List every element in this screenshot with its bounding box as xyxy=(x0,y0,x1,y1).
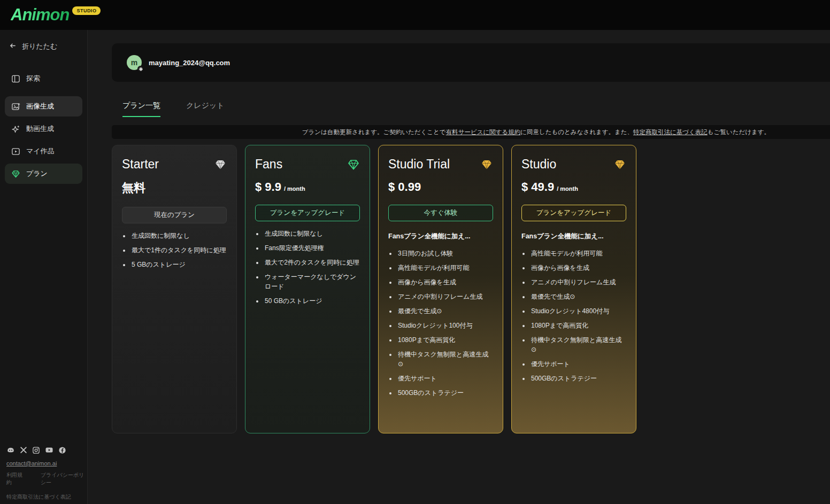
terms-link[interactable]: 利用規約 xyxy=(6,471,25,486)
plan-feature: 待機中タスク無制限と高速生成 ⊙ xyxy=(530,335,626,354)
plan-feature: 最優先で生成⊙ xyxy=(397,306,493,316)
plan-card-studio: Studio $ 49.9 / month プランをアップグレード Fansプラ… xyxy=(511,145,636,433)
plan-name: Fans xyxy=(255,157,282,172)
instagram-icon[interactable] xyxy=(32,446,40,454)
explore-icon xyxy=(11,74,20,83)
plan-price: 無料 xyxy=(122,180,227,196)
tab-plan-list[interactable]: プラン一覧 xyxy=(122,101,160,117)
plan-feature: 1080Pまで高画質化 xyxy=(530,321,626,330)
contact-email-link[interactable]: contact@animon.ai xyxy=(6,460,57,467)
plan-note: Fansプラン全機能に加え... xyxy=(521,232,626,241)
plan-features: 生成回数に制限なしFans限定優先処理権最大で2件のタスクを同時に処理ウォーター… xyxy=(255,229,360,311)
sidebar-nav: 探索 画像生成 動画生成 マイ作品 xyxy=(0,68,87,184)
notice-text: に同意したものとみなされます。また、 xyxy=(520,128,633,136)
sidebar: 折りたたむ 探索 画像生成 動画生成 xyxy=(0,30,88,504)
plan-button-studio[interactable]: プランをアップグレード xyxy=(521,205,626,221)
sidebar-item-label: プラン xyxy=(26,169,48,179)
tier-gem-icon xyxy=(613,158,626,171)
plans-row: Starter 無料 現在のプラン 生成回数に制限なし最大で1件のタスクを同時に… xyxy=(112,145,830,433)
topbar: Animon STUDIO xyxy=(0,0,830,30)
plan-feature: 生成回数に制限なし xyxy=(264,229,360,238)
facebook-icon[interactable] xyxy=(58,446,66,454)
plan-feature: 生成回数に制限なし xyxy=(130,231,227,241)
plan-card-studio-trial: Studio Trial $ 0.99 今すぐ体験 Fansプラン全機能に加え.… xyxy=(378,145,503,433)
sidebar-item-explore[interactable]: 探索 xyxy=(5,68,82,89)
sidebar-footer: contact@animon.ai 利用規約 プライバシーポリシー 特定商取引法… xyxy=(6,446,87,501)
plan-features: 3日間のお試し体験高性能モデルが利用可能画像から画像を生成アニメの中割りフレーム… xyxy=(388,249,493,402)
plan-price-amount: $ 0.99 xyxy=(388,180,421,194)
plan-price-period: / month xyxy=(284,185,305,192)
avatar-tier-badge xyxy=(137,66,144,72)
paid-service-terms-link[interactable]: 有料サービスに関する規約 xyxy=(446,128,521,136)
auto-renew-notice: プランは自動更新されます。ご契約いただくことで 有料サービスに関する規約 に同意… xyxy=(112,125,830,139)
plan-price-amount: $ 9.9 xyxy=(255,180,281,194)
plan-feature: Studioクレジット100付与 xyxy=(397,321,493,330)
plan-feature: 画像から画像を生成 xyxy=(530,263,626,273)
my-works-icon xyxy=(11,147,20,156)
plan-name: Studio xyxy=(521,157,556,172)
plan-card-starter: Starter 無料 現在のプラン 生成回数に制限なし最大で1件のタスクを同時に… xyxy=(112,145,237,433)
discord-icon[interactable] xyxy=(6,446,15,454)
youtube-icon[interactable] xyxy=(45,446,53,454)
plan-feature: 最大で2件のタスクを同時に処理 xyxy=(264,258,360,267)
animon-logo[interactable]: Animon STUDIO xyxy=(11,5,101,25)
notice-text: もご覧いただけます。 xyxy=(708,128,770,136)
plan-feature: 待機中タスク無制限と高速生成 ⊙ xyxy=(397,350,493,369)
plan-features: 生成回数に制限なし最大で1件のタスクを同時に処理5 GBのストレージ xyxy=(122,231,227,274)
plan-feature: アニメの中割りフレーム生成 xyxy=(530,277,626,287)
tab-credits[interactable]: クレジット xyxy=(186,101,225,117)
plan-feature: ウォーターマークなしでダウンロード xyxy=(264,272,360,291)
commerce-law-link[interactable]: 特定商取引法に基づく表記 xyxy=(6,493,71,501)
plan-name: Starter xyxy=(122,157,159,172)
plan-price-period: / month xyxy=(557,185,578,192)
notice-text: プランは自動更新されます。ご契約いただくことで xyxy=(302,128,446,136)
sidebar-item-image-generation[interactable]: 画像生成 xyxy=(5,96,82,117)
social-links xyxy=(6,446,87,454)
plan-price: $ 0.99 xyxy=(388,180,493,194)
plan-name: Studio Trial xyxy=(388,157,450,172)
plan-price: $ 49.9 / month xyxy=(521,180,626,194)
plan-feature: 50 GBのストレージ xyxy=(264,296,360,306)
plan-card-fans: Fans $ 9.9 / month プランをアップグレード 生成回数に制限なし… xyxy=(245,145,370,433)
commerce-law-notice-link[interactable]: 特定商取引法に基づく表記 xyxy=(633,128,708,136)
plan-feature: 最優先で生成⊙ xyxy=(530,292,626,301)
tabs: プラン一覧 クレジット xyxy=(112,101,830,117)
plan-feature: 優先サポート xyxy=(397,374,493,383)
sidebar-item-label: マイ作品 xyxy=(26,146,55,156)
sidebar-item-label: 探索 xyxy=(26,74,40,83)
tier-gem-icon xyxy=(214,158,227,171)
profile-card: m mayating_2024@qq.com xyxy=(112,43,830,82)
plan-button-studio-trial[interactable]: 今すぐ体験 xyxy=(388,205,493,221)
image-generation-icon xyxy=(11,102,20,111)
plan-feature: 500GBのストラテジー xyxy=(530,374,626,383)
collapse-sidebar-button[interactable]: 折りたたむ xyxy=(0,30,87,57)
plan-feature: Studioクレジット4800付与 xyxy=(530,306,626,316)
collapse-label: 折りたたむ xyxy=(22,42,57,51)
x-icon[interactable] xyxy=(20,446,27,454)
plan-feature: 500GBのストラテジー xyxy=(397,388,493,398)
plan-feature: 5 GBのストレージ xyxy=(130,260,227,269)
profile-email: mayating_2024@qq.com xyxy=(149,59,230,67)
plan-price-amount: 無料 xyxy=(122,180,145,196)
plan-features: 高性能モデルが利用可能画像から画像を生成アニメの中割りフレーム生成最優先で生成⊙… xyxy=(521,249,626,388)
plan-feature: 優先サポート xyxy=(530,359,626,369)
plan-gem-icon xyxy=(11,169,20,179)
tier-gem-icon xyxy=(480,158,493,171)
plan-note: Fansプラン全機能に加え... xyxy=(388,232,493,241)
sidebar-item-label: 画像生成 xyxy=(26,102,54,111)
studio-badge: STUDIO xyxy=(72,6,101,15)
sidebar-item-plan[interactable]: プラン xyxy=(5,164,82,184)
main-content: m mayating_2024@qq.com プラン一覧 クレジット プランは自… xyxy=(88,30,830,504)
mini-gem-icon xyxy=(139,67,142,71)
logo-text: Animon xyxy=(11,5,69,25)
plan-feature: 画像から画像を生成 xyxy=(397,277,493,287)
sidebar-item-video-generation[interactable]: 動画生成 xyxy=(5,119,82,139)
tier-gem-icon xyxy=(347,158,360,171)
plan-feature: アニメの中割りフレーム生成 xyxy=(397,292,493,301)
plan-button-starter[interactable]: 現在のプラン xyxy=(122,207,227,223)
sidebar-item-my-works[interactable]: マイ作品 xyxy=(5,141,82,161)
arrow-left-icon xyxy=(9,42,17,51)
plan-button-fans[interactable]: プランをアップグレード xyxy=(255,205,360,221)
privacy-policy-link[interactable]: プライバシーポリシー xyxy=(41,471,87,486)
video-generation-icon xyxy=(11,125,20,134)
